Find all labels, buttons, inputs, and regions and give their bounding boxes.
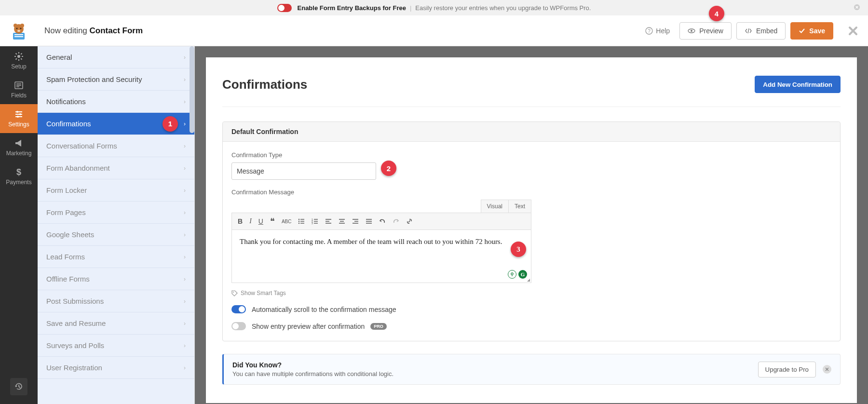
callout-3: 3 xyxy=(511,242,526,257)
align-justify-icon[interactable] xyxy=(366,218,372,225)
bullet-list-icon[interactable] xyxy=(298,218,305,225)
svg-point-60 xyxy=(233,292,234,293)
svg-point-14 xyxy=(17,55,20,58)
sliders-icon xyxy=(14,109,24,119)
smart-tags-link[interactable]: Show Smart Tags xyxy=(241,290,286,296)
preview-button[interactable]: Preview xyxy=(679,22,732,40)
subnav-item-label: Surveys and Polls xyxy=(46,341,104,350)
editor-tab-visual[interactable]: Visual xyxy=(481,200,509,213)
subnav-item-spam-protection-and-security[interactable]: Spam Protection and Security› xyxy=(38,68,194,91)
subnav-item-label: Post Submissions xyxy=(46,297,104,305)
svg-rect-3 xyxy=(14,36,23,37)
auto-scroll-label: Automatically scroll to the confirmation… xyxy=(252,306,396,313)
align-left-icon[interactable] xyxy=(325,218,332,225)
chevron-right-icon: › xyxy=(184,98,186,105)
banner-dismiss-icon[interactable] xyxy=(854,4,860,11)
save-button[interactable]: Save xyxy=(790,22,833,40)
chevron-right-icon: › xyxy=(184,342,186,349)
chevron-right-icon: › xyxy=(184,276,186,283)
nav-payments[interactable]: $ Payments xyxy=(0,162,38,191)
numbered-list-icon[interactable]: 123 xyxy=(312,218,318,225)
dyk-dismiss-icon[interactable] xyxy=(823,365,831,374)
subnav-item-user-registration[interactable]: User Registration› xyxy=(38,357,194,379)
subnav-item-label: Offline Forms xyxy=(46,275,90,283)
upgrade-to-pro-button[interactable]: Upgrade to Pro xyxy=(758,362,816,377)
subnav-item-form-abandonment[interactable]: Form Abandonment› xyxy=(38,157,194,179)
confirmation-type-select[interactable]: Message xyxy=(231,162,376,180)
subnav-item-form-locker[interactable]: Form Locker› xyxy=(38,179,194,202)
italic-icon[interactable]: I xyxy=(249,217,252,225)
chevron-right-icon: › xyxy=(184,143,186,149)
dyk-title: Did You Know? xyxy=(232,361,393,369)
svg-point-7 xyxy=(16,27,18,29)
link-icon[interactable] xyxy=(406,218,413,225)
chevron-right-icon: › xyxy=(184,320,186,327)
history-button[interactable] xyxy=(10,378,27,395)
subnav-item-offline-forms[interactable]: Offline Forms› xyxy=(38,268,194,290)
editor-tab-text[interactable]: Text xyxy=(509,200,531,213)
svg-text:$: $ xyxy=(16,167,21,177)
subnav-item-notifications[interactable]: Notifications› xyxy=(38,91,194,113)
strikethrough-icon[interactable]: ABC xyxy=(282,219,292,224)
svg-line-22 xyxy=(16,58,17,59)
align-right-icon[interactable] xyxy=(352,218,359,225)
banner-toggle[interactable] xyxy=(277,4,292,12)
resize-handle-icon[interactable] xyxy=(527,279,530,282)
chevron-right-icon: › xyxy=(184,209,186,216)
grammarly-icon[interactable]: G xyxy=(518,270,527,279)
subnav-item-google-sheets[interactable]: Google Sheets› xyxy=(38,224,194,246)
subnav-item-confirmations[interactable]: Confirmations›1 xyxy=(38,113,194,135)
help-link[interactable]: ? Help xyxy=(640,27,675,35)
svg-point-36 xyxy=(298,223,299,224)
subnav-item-surveys-and-polls[interactable]: Surveys and Polls› xyxy=(38,335,194,357)
svg-rect-2 xyxy=(14,34,23,35)
svg-text:3: 3 xyxy=(312,222,313,225)
form-name: Contact Form xyxy=(90,26,143,35)
scrollbar-thumb[interactable] xyxy=(190,46,194,133)
settings-subnav: General›Spam Protection and Security›Not… xyxy=(38,46,195,404)
svg-line-21 xyxy=(21,54,22,54)
subnav-item-save-and-resume[interactable]: Save and Resume› xyxy=(38,312,194,335)
card-title[interactable]: Default Confirmation xyxy=(223,122,840,142)
redo-icon[interactable] xyxy=(393,218,399,225)
underline-icon[interactable]: U xyxy=(258,217,263,225)
subnav-item-label: Form Locker xyxy=(46,186,87,194)
nav-fields[interactable]: Fields xyxy=(0,75,38,104)
nav-setup[interactable]: Setup xyxy=(0,46,38,75)
svg-point-34 xyxy=(298,219,299,220)
gear-icon xyxy=(14,52,24,61)
svg-point-5 xyxy=(14,24,17,27)
confirmations-panel: Confirmations Add New Confirmation Defau… xyxy=(206,57,857,403)
subnav-item-label: User Registration xyxy=(46,364,102,372)
subnav-item-label: Form Pages xyxy=(46,208,86,216)
undo-icon[interactable] xyxy=(379,218,386,225)
svg-point-35 xyxy=(298,221,299,222)
subnav-item-post-submissions[interactable]: Post Submissions› xyxy=(38,290,194,312)
entry-preview-toggle[interactable] xyxy=(231,322,246,330)
subnav-item-general[interactable]: General› xyxy=(38,46,194,68)
svg-point-30 xyxy=(16,111,18,113)
chevron-right-icon: › xyxy=(184,254,186,260)
nav-settings[interactable]: Settings xyxy=(0,104,38,133)
close-builder-icon[interactable] xyxy=(848,26,858,36)
grammarly-bulb-icon[interactable] xyxy=(508,270,516,279)
bold-icon[interactable]: B xyxy=(238,217,243,225)
quote-icon[interactable]: ❝ xyxy=(270,216,275,227)
align-center-icon[interactable] xyxy=(339,218,345,225)
nav-marketing[interactable]: Marketing xyxy=(0,133,38,162)
embed-button[interactable]: Embed xyxy=(736,22,786,40)
subnav-item-form-pages[interactable]: Form Pages› xyxy=(38,202,194,224)
confirmation-type-label: Confirmation Type xyxy=(231,151,831,159)
confirmation-message-label: Confirmation Message xyxy=(231,189,831,196)
add-confirmation-button[interactable]: Add New Confirmation xyxy=(755,76,841,93)
did-you-know-banner: Did You Know? You can have multiple conf… xyxy=(222,354,841,385)
subnav-item-conversational-forms[interactable]: Conversational Forms› xyxy=(38,135,194,157)
banner-desc: Easily restore your entries when you upg… xyxy=(415,4,591,12)
auto-scroll-toggle[interactable] xyxy=(231,305,246,313)
subnav-item-lead-forms[interactable]: Lead Forms› xyxy=(38,246,194,268)
svg-point-8 xyxy=(20,27,22,29)
confirmation-message-editor[interactable]: Thank you for contacting me. A member of… xyxy=(231,230,531,283)
subnav-item-label: Lead Forms xyxy=(46,253,85,261)
confirmation-card: Default Confirmation Confirmation Type M… xyxy=(222,121,841,341)
chevron-right-icon: › xyxy=(184,121,186,127)
